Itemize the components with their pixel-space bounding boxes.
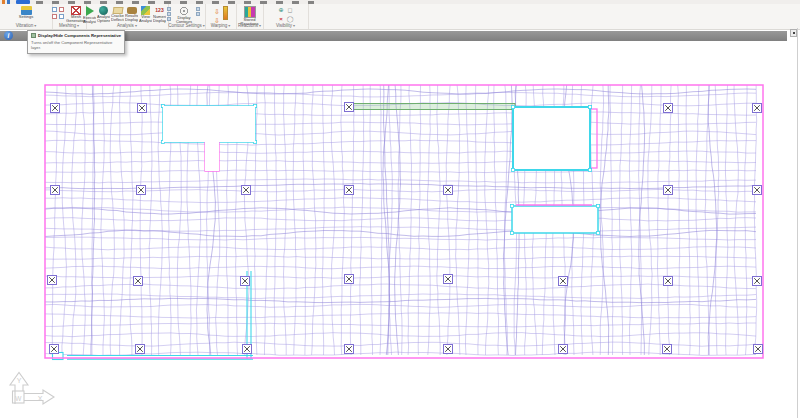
svg-text:W: W [15,395,22,402]
column-marker[interactable] [345,345,354,354]
column-marker[interactable] [51,186,60,195]
column-marker[interactable] [664,186,673,195]
column-marker[interactable] [753,104,762,113]
mesh-tool-icon[interactable] [52,7,57,12]
ribbon-group-visibility: ⊕ ◻ × ◯ Visibility▾ [263,4,309,29]
visibility-buttons[interactable]: ⊕ ◻ × ◯ [277,6,294,23]
column-marker[interactable] [753,277,762,286]
column-marker[interactable] [51,104,60,113]
group-label-reactions: Reactions [238,23,258,28]
mesh-tool-icon[interactable] [59,7,64,12]
ribbon: Settings Vibration▾ Mesh Generation Mesh… [0,4,800,30]
tooltip-description: Turns on/off the Component Representativ… [31,40,119,50]
ribbon-group-reactions: Stored Reactions Reactions▾ [236,4,264,29]
warp-down-arrow-icon[interactable]: ⇩ [213,8,221,16]
play-icon [86,6,94,16]
ucs-axis-icon: YWX [10,373,54,405]
results-display-settings-button[interactable]: Results Display Settings [125,5,138,23]
window-right-border [797,28,798,418]
ellipse-visibility-icon[interactable]: ◯ [286,15,294,23]
dialog-launcher-icon[interactable]: ▾ [135,23,137,28]
fem-mesh [45,85,757,356]
group-label-contour-settings: Contour Settings [168,23,202,28]
meshing-tools-cluster[interactable] [52,7,65,20]
group-label-vibration: Vibration [16,23,34,28]
options-globe-icon [99,6,108,15]
add-visibility-icon[interactable]: ⊕ [277,6,285,14]
column-marker[interactable] [241,277,250,286]
column-marker[interactable] [345,103,354,112]
column-marker[interactable] [444,275,453,284]
execute-analysis-button[interactable]: Execute Analysis [83,5,96,25]
column-marker[interactable] [754,345,763,354]
column-marker[interactable] [663,345,672,354]
display-contours-button[interactable]: Display Contours [173,5,195,25]
column-marker[interactable] [664,104,673,113]
square-visibility-icon[interactable]: ◻ [286,6,294,14]
group-label-meshing: Meshing [59,23,76,28]
column-marker[interactable] [138,104,147,113]
column-marker[interactable] [559,277,568,286]
mini-tool-icon[interactable] [196,12,200,16]
mesh-tool-icon[interactable] [59,14,64,19]
column-marker[interactable] [664,277,673,286]
contour-mini-buttons[interactable] [196,7,200,16]
collapse-glyph [793,32,795,34]
tooltip-title: Display/Hide Components Representative [38,33,121,38]
cracked-deflection-icon [112,7,123,14]
tooltip: Display/Hide Components Representative T… [27,30,125,54]
opening-top-right[interactable] [511,105,597,171]
column-marker[interactable] [134,277,143,286]
remove-visibility-icon[interactable]: × [277,15,285,23]
column-marker[interactable] [444,345,453,354]
column-marker[interactable] [444,186,453,195]
column-marker[interactable] [345,186,354,195]
ribbon-group-warping: ⇩ ⇩ Warping▾ [205,4,237,29]
column-marker[interactable] [50,345,59,354]
vibration-settings-icon [21,6,32,15]
warping-scale-icon[interactable] [223,6,228,20]
dialog-launcher-icon[interactable]: ▾ [34,23,36,28]
mesh-generation-icon [71,6,81,15]
dialog-launcher-icon[interactable]: ▾ [228,23,230,28]
dialog-launcher-icon[interactable]: ▾ [77,23,79,28]
column-marker[interactable] [753,186,762,195]
svg-text:Y: Y [17,377,22,384]
tooltip-command-icon [31,33,36,38]
svg-text:X: X [38,395,43,402]
ribbon-group-meshing: Mesh Generation Meshing▾ [52,4,87,29]
group-label-analysis: Analysis [117,23,134,28]
vibration-settings-button[interactable]: Settings [16,5,36,24]
column-marker[interactable] [137,186,146,195]
numerical-display-button[interactable]: 123 Numerical Display [153,5,166,24]
column-marker[interactable] [559,345,568,354]
group-label-warping: Warping [211,23,228,28]
column-marker[interactable] [136,345,145,354]
contours-icon [179,6,189,16]
ribbon-group-contour-settings: Display Contours Contour Settings▾ [168,4,206,29]
column-marker[interactable] [48,276,57,285]
analysis-options-button[interactable]: Analysis Options [97,5,110,24]
column-marker[interactable] [345,275,354,284]
group-label-visibility: Visibility [276,23,292,28]
cracked-deflection-button[interactable]: Cracked Deflection [111,5,124,23]
mini-tool-icon[interactable] [196,7,200,11]
dialog-launcher-icon[interactable]: ▾ [259,23,261,28]
info-icon[interactable]: i [4,31,13,40]
results-display-icon [127,7,137,14]
collapse-bar-button[interactable] [790,29,797,37]
mesh-tool-icon[interactable] [52,14,57,19]
drawing-canvas[interactable]: YWX [0,0,800,418]
numerical-display-icon: 123 [154,6,166,15]
ribbon-group-vibration: Settings Vibration▾ [0,4,53,29]
column-marker[interactable] [243,345,252,354]
stored-reactions-icon [244,6,256,18]
analysis-results-gradient-icon [141,6,150,15]
beam[interactable] [350,104,515,110]
view-analysis-results-button[interactable]: View Analysis Results [139,5,152,24]
dialog-launcher-icon[interactable]: ▾ [293,23,295,28]
column-marker[interactable] [242,186,251,195]
opening-mid-right[interactable] [510,204,599,234]
ribbon-group-analysis: Execute Analysis Analysis Options Cracke… [86,4,169,29]
